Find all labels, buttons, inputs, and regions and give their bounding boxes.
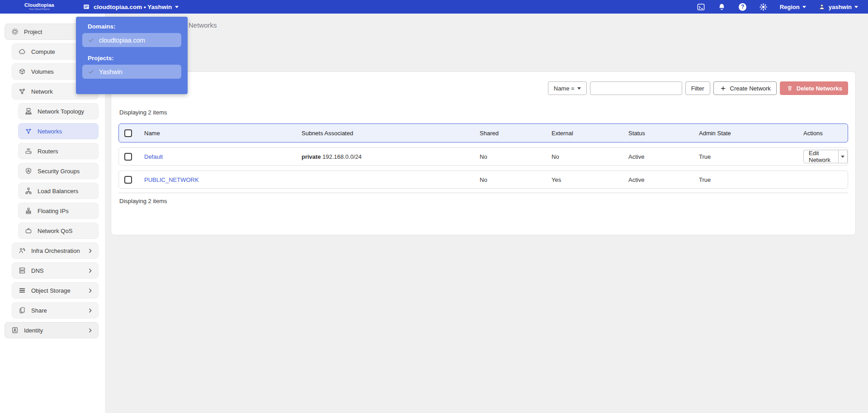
column-header-subnets: Subnets Associated [302, 130, 480, 137]
notifications-bell-icon[interactable] [717, 2, 726, 11]
chevron-right-icon [87, 248, 93, 254]
domain-project-dropdown: Domains: cloudtopiaa.com Projects: Yashw… [76, 17, 188, 94]
username-label: yashwin [829, 4, 852, 10]
caret-down-icon [841, 156, 844, 158]
caret-down-icon [175, 6, 179, 8]
sidebar-item-floating-ips[interactable]: Floating IPs [18, 203, 99, 219]
chevron-right-icon [87, 288, 93, 294]
items-count-bottom: Displaying 2 items [119, 198, 848, 204]
dns-server-icon [18, 266, 26, 275]
sidebar-item-network-qos[interactable]: Network QoS [18, 223, 99, 239]
row-actions-dropdown-toggle[interactable] [839, 150, 847, 163]
admin-state-cell: True [699, 153, 803, 160]
shared-cell: No [480, 176, 552, 183]
sidebar-item-security-groups[interactable]: Security Groups [18, 163, 99, 179]
breadcrumb: Networks [189, 21, 217, 29]
column-header-admin-state: Admin State [699, 130, 803, 137]
table-toolbar: Name = Filter Create Network Delete Netw… [118, 81, 848, 95]
projects-heading: Projects: [88, 55, 188, 62]
router-icon [24, 147, 33, 155]
sidebar-item-infra-orchestration[interactable]: Infra Orchestration [12, 242, 99, 259]
share-pages-icon [18, 306, 26, 314]
user-menu[interactable]: yashwin [818, 3, 858, 11]
floating-ips-icon [24, 207, 33, 215]
compute-cloud-icon [18, 47, 26, 56]
chevron-right-icon [87, 308, 93, 313]
console-icon[interactable] [697, 2, 706, 11]
row-checkbox[interactable] [124, 153, 132, 161]
create-network-button[interactable]: Create Network [713, 81, 777, 95]
column-header-shared: Shared [480, 130, 552, 137]
chevron-right-icon [87, 268, 93, 274]
network-name-link[interactable]: PUBLIC_NETWORK [144, 176, 302, 183]
filter-button[interactable]: Filter [685, 81, 710, 95]
column-header-actions: Actions [803, 130, 842, 137]
region-label: Region [780, 4, 800, 10]
security-groups-icon [24, 167, 33, 175]
sidebar-item-share[interactable]: Share [12, 302, 99, 318]
check-icon [87, 68, 95, 76]
domain-project-selector[interactable]: cloudtopiaa.com • Yashwin [82, 3, 179, 11]
project-option-selected[interactable]: Yashwin [82, 65, 181, 79]
select-all-checkbox[interactable] [124, 129, 132, 137]
external-cell: Yes [552, 176, 628, 183]
network-name-link[interactable]: Default [144, 153, 302, 160]
row-checkbox[interactable] [124, 176, 132, 184]
main-content: Networks Name = Filter Create Network De… [105, 14, 868, 413]
identity-card-icon [11, 326, 19, 334]
domain-project-label: cloudtopiaa.com • Yashwin [94, 4, 172, 10]
column-header-name: Name [144, 130, 302, 137]
admin-state-cell: True [699, 176, 803, 183]
sidebar-item-network-topology[interactable]: Network Topology [18, 103, 99, 119]
network-topology-icon [24, 107, 33, 115]
edit-network-button[interactable]: Edit Network [803, 150, 839, 163]
region-dropdown[interactable]: Region [780, 4, 806, 10]
filter-input[interactable] [590, 81, 682, 95]
trash-icon [786, 84, 794, 92]
load-balancers-icon [24, 187, 33, 195]
caret-down-icon [802, 6, 806, 8]
caret-down-icon [854, 6, 858, 8]
app-logo-name: Cloudtopiaa [24, 3, 54, 8]
sidebar-item-load-balancers[interactable]: Load Balancers [18, 183, 99, 199]
delete-networks-button[interactable]: Delete Networks [780, 81, 848, 95]
column-header-status: Status [628, 130, 699, 137]
domains-heading: Domains: [88, 23, 188, 30]
sidebar-item-object-storage[interactable]: Object Storage [12, 282, 99, 299]
sidebar-item-networks[interactable]: Networks [18, 123, 99, 139]
table-row: PUBLIC_NETWORK No Yes Active True [118, 171, 848, 189]
list-card-icon [82, 3, 90, 11]
networks-panel: Name = Filter Create Network Delete Netw… [111, 71, 856, 235]
settings-gear-icon[interactable] [759, 2, 768, 11]
check-icon [87, 36, 95, 44]
actions-cell: Edit Network [803, 150, 848, 163]
sidebar-item-dns[interactable]: DNS [12, 262, 99, 279]
chevron-right-icon [87, 328, 93, 333]
networks-icon [24, 127, 33, 135]
object-storage-icon [18, 286, 26, 294]
column-header-external: External [552, 130, 628, 137]
app-logo: Cloudtopiaa Your Cloud Partner [10, 3, 69, 11]
items-count-top: Displaying 2 items [119, 109, 848, 116]
network-nodes-icon [18, 87, 26, 95]
status-cell: Active [628, 176, 699, 183]
shared-cell: No [480, 153, 552, 160]
table-footer-divider [118, 193, 848, 193]
infra-orchestration-icon [18, 247, 26, 255]
sidebar-item-identity[interactable]: Identity [5, 322, 99, 338]
volumes-cube-icon [18, 67, 26, 76]
filter-field-select[interactable]: Name = [548, 81, 587, 95]
domain-option-selected[interactable]: cloudtopiaa.com [82, 33, 181, 47]
status-cell: Active [628, 153, 699, 160]
project-icon [11, 28, 19, 36]
user-icon [818, 3, 826, 11]
domain-option-label: cloudtopiaa.com [99, 37, 145, 44]
project-option-label: Yashwin [99, 68, 123, 76]
top-navbar: Cloudtopiaa Your Cloud Partner cloudtopi… [0, 0, 868, 14]
app-logo-tagline: Your Cloud Partner [29, 8, 50, 11]
help-icon[interactable]: ? [738, 2, 747, 11]
caret-down-icon [577, 87, 581, 90]
subnets-cell: private 192.168.0.0/24 [302, 153, 480, 160]
external-cell: No [552, 153, 628, 160]
sidebar-item-routers[interactable]: Routers [18, 143, 99, 159]
